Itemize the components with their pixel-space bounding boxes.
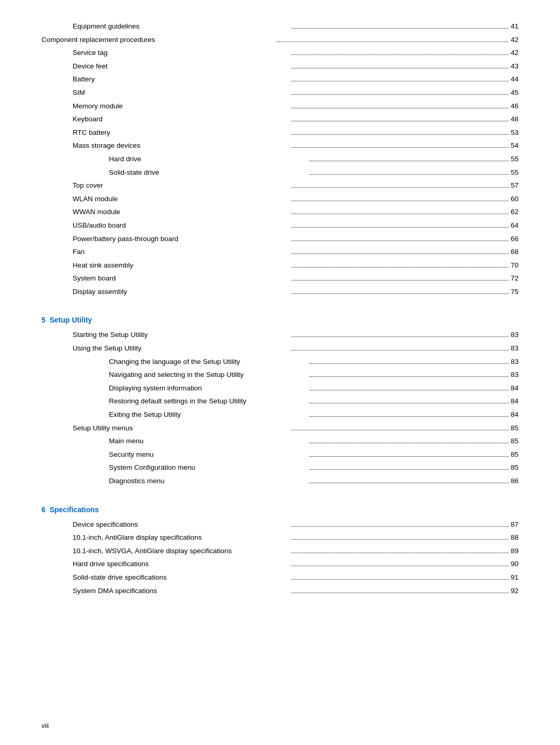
toc-entry: Navigating and selecting in the Setup Ut…	[41, 369, 519, 381]
entry-text: 10.1-inch, WSVGA, AntiGlare display spec…	[73, 545, 289, 557]
entry-dots	[310, 416, 508, 417]
entry-dots	[291, 293, 508, 294]
toc-entry: Restoring default settings in the Setup …	[41, 396, 519, 407]
entry-page: 42	[511, 34, 519, 46]
entry-dots	[291, 430, 508, 430]
toc-entry: Using the Setup Utility83	[41, 343, 519, 354]
entry-page: 83	[511, 369, 519, 381]
section-title: Specifications	[48, 505, 99, 514]
toc-entry: Memory module46	[41, 101, 519, 112]
toc-container: Equipment guidelines41Component replacem…	[41, 21, 519, 596]
entry-page: 60	[511, 193, 519, 205]
section-heading-6: 6 Specifications	[41, 505, 519, 514]
entry-page: 85	[511, 462, 519, 473]
entry-dots	[291, 28, 508, 29]
toc-entry: Starting the Setup Utility83	[41, 329, 519, 341]
entry-page: 45	[511, 87, 519, 99]
entry-dots	[291, 201, 508, 201]
section-number: 5	[41, 316, 46, 324]
entry-dots	[291, 241, 508, 241]
section-title: Setup Utility	[48, 316, 92, 324]
entry-dots	[310, 456, 508, 457]
toc-entry: Device specifications87	[41, 519, 519, 530]
entry-text: Display assembly	[73, 286, 289, 298]
entry-text: Setup Utility menus	[73, 423, 289, 434]
toc-entry: Component replacement procedures42	[41, 34, 519, 46]
entry-page: 88	[511, 532, 519, 543]
entry-text: Service tag	[73, 47, 289, 59]
entry-text: Diagnostics menu	[109, 475, 307, 487]
entry-page: 62	[511, 206, 519, 218]
toc-entry: Device feet43	[41, 61, 519, 72]
entry-page: 92	[511, 585, 519, 597]
entry-dots	[291, 526, 508, 527]
entry-dots	[310, 161, 508, 161]
entry-page: 66	[511, 233, 519, 245]
entry-page: 89	[511, 545, 519, 557]
entry-dots	[310, 403, 508, 403]
entry-page: 53	[511, 127, 519, 138]
entry-text: Displaying system information	[109, 383, 307, 394]
entry-text: Main menu	[109, 435, 307, 447]
entry-page: 85	[511, 423, 519, 434]
entry-text: RTC battery	[73, 127, 289, 138]
entry-text: Keyboard	[73, 114, 289, 125]
entry-text: Device specifications	[73, 519, 289, 530]
entry-page: 55	[511, 153, 519, 165]
entry-text: Equipment guidelines	[73, 21, 289, 32]
toc-entry: Equipment guidelines41	[41, 21, 519, 32]
entry-page: 85	[511, 449, 519, 460]
toc-entry: Solid-state drive55	[41, 167, 519, 178]
toc-entry: Main menu85	[41, 435, 519, 447]
toc-entry: Mass storage devices54	[41, 140, 519, 151]
entry-page: 84	[511, 383, 519, 394]
entry-text: Using the Setup Utility	[73, 343, 289, 354]
entry-page: 84	[511, 396, 519, 407]
toc-entry: WWAN module62	[41, 206, 519, 218]
section-number: 6	[41, 505, 46, 514]
entry-dots	[291, 267, 508, 268]
entry-text: System Configuration menu	[109, 462, 307, 473]
entry-page: 42	[511, 47, 519, 59]
entry-dots	[291, 566, 508, 566]
entry-page: 41	[511, 21, 519, 32]
toc-entry: Hard drive55	[41, 153, 519, 165]
toc-entry: Security menu85	[41, 449, 519, 460]
toc-entry: Diagnostics menu86	[41, 475, 519, 487]
entry-dots	[291, 54, 508, 55]
toc-entry: WLAN module60	[41, 193, 519, 205]
entry-page: 72	[511, 273, 519, 284]
entry-text: Starting the Setup Utility	[73, 329, 289, 341]
toc-entry: Fan68	[41, 246, 519, 258]
entry-text: Hard drive specifications	[73, 558, 289, 570]
toc-entry: System DMA specifications92	[41, 585, 519, 597]
entry-page: 83	[511, 343, 519, 354]
entry-text: Power/battery pass-through board	[73, 233, 289, 245]
toc-entry: System board72	[41, 273, 519, 284]
toc-entry: 10.1-inch, WSVGA, AntiGlare display spec…	[41, 545, 519, 557]
toc-entry: Display assembly75	[41, 286, 519, 298]
entry-text: WWAN module	[73, 206, 289, 218]
entry-dots	[291, 147, 508, 148]
toc-entry: Hard drive specifications90	[41, 558, 519, 570]
entry-text: WLAN module	[73, 193, 289, 205]
section-heading-5: 5 Setup Utility	[41, 316, 519, 324]
entry-dots	[310, 376, 508, 377]
entry-dots	[291, 81, 508, 81]
entry-page: 54	[511, 140, 519, 151]
entry-dots	[291, 539, 508, 540]
entry-page: 85	[511, 435, 519, 447]
entry-dots	[291, 134, 508, 135]
entry-text: Exiting the Setup Utility	[109, 409, 307, 420]
entry-dots	[291, 350, 508, 350]
entry-dots	[310, 363, 508, 364]
toc-entry: SIM45	[41, 87, 519, 99]
entry-page: 75	[511, 286, 519, 298]
entry-dots	[310, 443, 508, 443]
entry-text: Component replacement procedures	[41, 34, 274, 46]
entry-page: 83	[511, 356, 519, 368]
entry-page: 91	[511, 572, 519, 583]
entry-text: Memory module	[73, 101, 289, 112]
toc-entry: Changing the language of the Setup Utili…	[41, 356, 519, 368]
toc-entry: Power/battery pass-through board66	[41, 233, 519, 245]
